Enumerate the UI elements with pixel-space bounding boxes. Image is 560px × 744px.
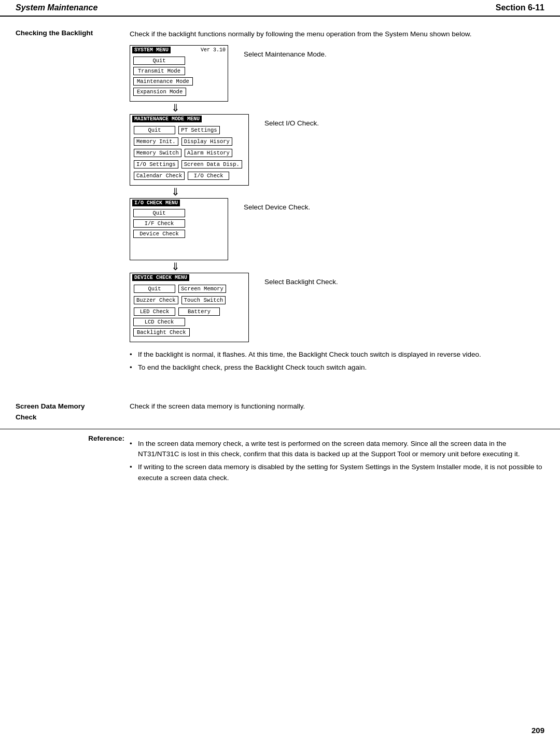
- menu2-btn-screen-data-disp[interactable]: Screen Data Disp.: [181, 160, 242, 169]
- menu-box-maintenance: MAINTENANCE MODE MENU Quit PT Settings M…: [130, 114, 249, 186]
- menu3-btn-if-check[interactable]: I/F Check: [133, 219, 185, 228]
- maintenance-btn-row2: Memory Init. Display Hisory: [133, 136, 245, 147]
- menu4-btn-buzzer-check[interactable]: Buzzer Check: [134, 296, 178, 304]
- maintenance-btn-row5: Calendar Check I/O Check: [133, 171, 245, 181]
- maintenance-menu-title: MAINTENANCE MODE MENU: [132, 116, 202, 122]
- menu2-btn-io-check[interactable]: I/O Check: [188, 172, 229, 180]
- maintenance-btn-row3: Memory Switch Alarm History: [133, 148, 245, 158]
- device-check-menu-header: DEVICE CHECK MENU: [130, 273, 248, 282]
- checking-backlight-content: Check if the backlight functions normall…: [130, 29, 544, 375]
- menu2-btn-pt-settings[interactable]: PT Settings: [178, 126, 220, 134]
- io-check-menu-title: I/O CHECK MENU: [132, 200, 180, 206]
- menu1-btn-maintenance[interactable]: Maintenance Mode: [133, 77, 193, 86]
- screen-data-label: Screen Data Memory Check: [16, 401, 130, 423]
- backlight-bullet-2: To end the backlight check, press the Ba…: [130, 362, 481, 373]
- io-check-menu-header: I/O CHECK MENU: [130, 199, 228, 207]
- diagram-label-2: Select I/O Check.: [249, 114, 368, 127]
- menu-box-io-check: I/O CHECK MENU Quit I/F Check Device Che…: [130, 198, 228, 260]
- io-check-menu-body: Quit I/F Check Device Check: [130, 207, 228, 260]
- page: System Maintenance Section 6-11 Checking…: [0, 0, 560, 744]
- page-header: System Maintenance Section 6-11: [0, 0, 560, 17]
- menu2-btn-io-settings[interactable]: I/O Settings: [134, 160, 178, 169]
- maintenance-menu-body: Quit PT Settings Memory Init. Display Hi…: [130, 123, 248, 185]
- maintenance-btn-row4: I/O Settings Screen Data Disp.: [133, 159, 245, 170]
- device-check-menu-body: Quit Screen Memory Buzzer Check Touch Sw…: [130, 282, 248, 342]
- menu4-btn-backlight-check[interactable]: Backlight Check: [133, 328, 190, 336]
- diagram-row-2: MAINTENANCE MODE MENU Quit PT Settings M…: [130, 114, 368, 186]
- header-title-right: Section 6-11: [496, 3, 544, 12]
- menu2-btn-quit[interactable]: Quit: [134, 126, 175, 134]
- device-btn-row1: Quit Screen Memory: [133, 284, 245, 294]
- maintenance-btn-row1: Quit PT Settings: [133, 125, 245, 135]
- menu4-btn-screen-memory[interactable]: Screen Memory: [178, 285, 226, 293]
- menu2-btn-display-history[interactable]: Display Hisory: [181, 137, 232, 146]
- menu2-btn-alarm-history[interactable]: Alarm History: [185, 149, 232, 157]
- diagrams-area: SYSTEM MENU Ver 3.10 Quit Transmit Mode …: [130, 45, 544, 376]
- diagram-row-1: SYSTEM MENU Ver 3.10 Quit Transmit Mode …: [130, 45, 347, 102]
- system-menu-title: SYSTEM MENU: [132, 47, 171, 53]
- diagram-label-1: Select Maintenance Mode.: [228, 45, 347, 58]
- main-content: Checking the Backlight Check if the back…: [0, 17, 560, 395]
- diagram-row-4: DEVICE CHECK MENU Quit Screen Memory Buz…: [130, 273, 368, 342]
- backlight-bullet-1: If the backlight is normal, it flashes. …: [130, 349, 481, 360]
- menu1-btn-quit[interactable]: Quit: [133, 57, 185, 65]
- device-btn-row2: Buzzer Check Touch Switch: [133, 295, 245, 305]
- menu1-btn-transmit[interactable]: Transmit Mode: [133, 67, 185, 75]
- reference-label: Reference:: [16, 434, 130, 486]
- diagram-row-3: I/O CHECK MENU Quit I/F Check Device Che…: [130, 198, 347, 260]
- diagram-label-3: Select Device Check.: [228, 198, 347, 211]
- screen-data-label-line1: Screen Data Memory: [16, 402, 85, 410]
- reference-bullet-1: In the screen data memory check, a write…: [130, 439, 544, 460]
- page-number: 209: [531, 726, 544, 735]
- menu3-btn-quit[interactable]: Quit: [133, 209, 185, 217]
- screen-data-description: Check if the screen data memory is funct…: [130, 401, 544, 423]
- checking-backlight-label: Checking the Backlight: [16, 29, 130, 375]
- reference-section: Reference: In the screen data memory che…: [0, 429, 560, 486]
- menu4-btn-led-check[interactable]: LED Check: [134, 307, 175, 316]
- system-menu-ver: Ver 3.10: [201, 47, 226, 53]
- reference-bullet-2: If writing to the screen data memory is …: [130, 462, 544, 483]
- screen-data-label-line2: Check: [16, 413, 37, 421]
- arrow-down-3: ⇓: [130, 260, 180, 273]
- menu4-btn-touch-switch[interactable]: Touch Switch: [181, 296, 226, 304]
- menu2-btn-memory-init[interactable]: Memory Init.: [134, 137, 178, 146]
- maintenance-menu-header: MAINTENANCE MODE MENU: [130, 115, 248, 123]
- menu4-btn-battery[interactable]: Battery: [178, 307, 220, 316]
- header-title-left: System Maintenance: [16, 3, 97, 12]
- system-menu-body: Quit Transmit Mode Maintenance Mode Expa…: [130, 54, 228, 101]
- screen-data-section: Screen Data Memory Check Check if the sc…: [0, 401, 560, 423]
- reference-bullet-list: In the screen data memory check, a write…: [130, 439, 544, 483]
- menu2-btn-memory-switch[interactable]: Memory Switch: [134, 149, 181, 157]
- menu-box-system: SYSTEM MENU Ver 3.10 Quit Transmit Mode …: [130, 45, 228, 102]
- menu4-btn-lcd-check[interactable]: LCD Check: [133, 318, 185, 326]
- device-btn-row3: LED Check Battery: [133, 306, 245, 317]
- checking-backlight-desc: Check if the backlight functions normall…: [130, 29, 544, 40]
- checking-backlight-section: Checking the Backlight Check if the back…: [16, 29, 544, 375]
- menu1-btn-expansion[interactable]: Expansion Mode: [133, 88, 186, 96]
- menu-title-system: SYSTEM MENU Ver 3.10: [130, 46, 228, 54]
- menu2-btn-calendar-check[interactable]: Calendar Check: [134, 172, 185, 180]
- menu3-btn-device-check[interactable]: Device Check: [133, 230, 185, 238]
- backlight-bullet-list: If the backlight is normal, it flashes. …: [130, 349, 481, 376]
- reference-content: In the screen data memory check, a write…: [130, 434, 544, 486]
- diagram-label-4: Select Backlight Check.: [249, 273, 368, 286]
- device-check-menu-title: DEVICE CHECK MENU: [132, 274, 189, 281]
- arrow-down-2: ⇓: [130, 186, 180, 198]
- menu4-btn-quit[interactable]: Quit: [134, 285, 175, 293]
- menu-box-device-check: DEVICE CHECK MENU Quit Screen Memory Buz…: [130, 273, 249, 342]
- arrow-down-1: ⇓: [130, 102, 180, 114]
